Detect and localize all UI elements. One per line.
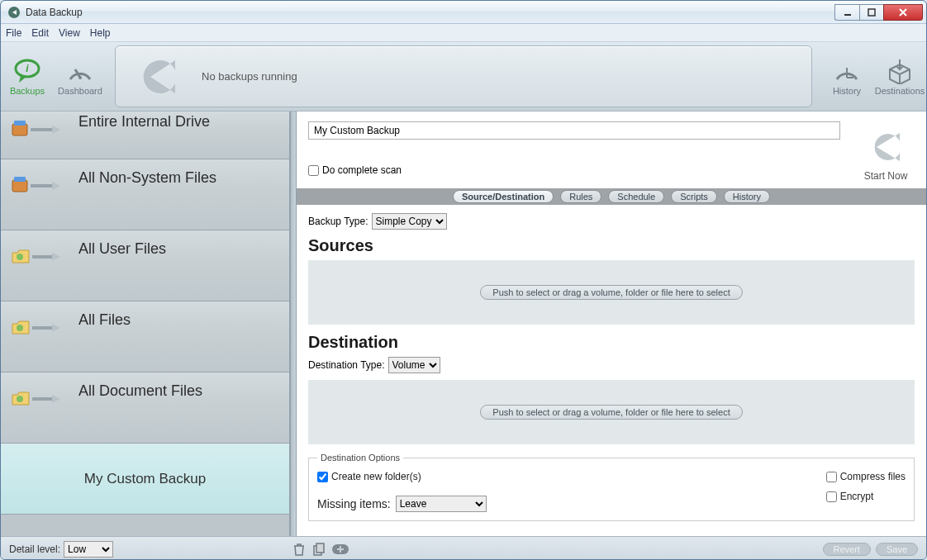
- folder-flow-icon: [11, 382, 69, 415]
- splitter[interactable]: [290, 112, 297, 536]
- detail-level-select[interactable]: Low: [64, 541, 113, 558]
- sources-drop-button[interactable]: Push to select or drag a volume, folder …: [480, 285, 742, 300]
- sidebar-item-label: All Files: [78, 311, 131, 329]
- folder-flow-icon: [11, 311, 69, 344]
- tab-rules[interactable]: Rules: [560, 190, 601, 203]
- menu-help[interactable]: Help: [90, 27, 111, 39]
- toolbar-destinations-button[interactable]: Destinations: [873, 42, 926, 111]
- tab-source-destination[interactable]: Source/Destination: [453, 190, 554, 203]
- start-now-button[interactable]: Start Now: [857, 121, 915, 182]
- destination-options-fieldset: Destination Options Create new folder(s)…: [308, 453, 915, 521]
- do-complete-scan-checkbox[interactable]: [308, 165, 319, 176]
- svg-rect-2: [868, 9, 875, 16]
- compress-files-checkbox[interactable]: [826, 472, 837, 482]
- status-banner: No backups running: [115, 45, 812, 107]
- destination-options-legend: Destination Options: [317, 453, 403, 463]
- destination-type-label: Destination Type:: [308, 359, 385, 371]
- menu-file[interactable]: File: [6, 27, 21, 39]
- sidebar-item-all-files[interactable]: All Files: [1, 301, 289, 373]
- sidebar-item-all-non-system-files[interactable]: All Non-System Files: [1, 159, 289, 230]
- encrypt-checkbox[interactable]: [826, 491, 837, 502]
- svg-rect-22: [316, 543, 324, 553]
- window-controls: [834, 4, 923, 21]
- do-complete-scan-label: Do complete scan: [322, 164, 402, 176]
- start-now-label: Start Now: [864, 170, 908, 182]
- toolbar: i Backups Dashboard No backups running H…: [1, 42, 926, 112]
- svg-rect-9: [12, 124, 27, 135]
- backup-type-select[interactable]: Simple Copy: [372, 213, 447, 230]
- svg-point-15: [17, 254, 23, 260]
- tab-strip: Source/Destination Rules Schedule Script…: [297, 188, 926, 205]
- missing-items-select[interactable]: Leave: [396, 496, 487, 512]
- revert-button[interactable]: Revert: [823, 543, 871, 556]
- create-new-folders-label: Create new folder(s): [331, 471, 421, 482]
- svg-text:i: i: [26, 63, 29, 74]
- sources-drop-zone[interactable]: Push to select or drag a volume, folder …: [308, 260, 915, 325]
- tab-schedule[interactable]: Schedule: [608, 190, 664, 203]
- destination-drop-zone[interactable]: Push to select or drag a volume, folder …: [308, 380, 915, 444]
- sidebar-item-all-user-files[interactable]: All User Files: [1, 230, 289, 301]
- svg-marker-11: [52, 126, 60, 134]
- sidebar-item-entire-internal-drive[interactable]: Entire Internal Drive: [1, 112, 289, 159]
- svg-rect-10: [14, 121, 26, 126]
- tab-body: Backup Type: Simple Copy Sources Push to…: [297, 205, 926, 536]
- svg-rect-1: [844, 14, 851, 16]
- window-title: Data Backup: [26, 7, 83, 18]
- svg-point-19: [17, 396, 23, 402]
- destination-type-select[interactable]: Volume: [388, 357, 440, 373]
- folder-flow-icon: [11, 240, 69, 273]
- svg-point-6: [78, 76, 82, 79]
- toolbar-destinations-label: Destinations: [875, 86, 925, 96]
- backup-type-label: Backup Type:: [308, 216, 368, 227]
- menu-edit[interactable]: Edit: [31, 27, 49, 39]
- sidebar-item-label: All User Files: [78, 240, 166, 258]
- toolbar-dashboard-label: Dashboard: [58, 86, 102, 96]
- svg-marker-14: [52, 182, 60, 190]
- start-now-icon: [867, 130, 905, 167]
- tab-history[interactable]: History: [724, 190, 770, 203]
- svg-point-17: [17, 325, 23, 331]
- banner-logo-icon: [132, 50, 185, 103]
- menubar: File Edit View Help: [1, 24, 926, 42]
- duplicate-icon[interactable]: [311, 542, 326, 557]
- svg-rect-12: [12, 180, 27, 192]
- footer: Detail level: Low Revert Save: [1, 536, 926, 560]
- svg-marker-20: [52, 395, 60, 403]
- minimize-button[interactable]: [834, 4, 859, 21]
- sidebar[interactable]: Entire Internal Drive All Non-System Fil…: [1, 112, 290, 536]
- svg-marker-18: [52, 324, 60, 332]
- trash-icon[interactable]: [292, 542, 307, 557]
- backup-name-input[interactable]: [308, 121, 840, 140]
- tab-scripts[interactable]: Scripts: [671, 190, 717, 203]
- add-icon[interactable]: [331, 542, 349, 557]
- sidebar-item-label: All Non-System Files: [78, 169, 216, 187]
- drive-flow-icon: [11, 113, 69, 146]
- sidebar-item-my-custom-backup[interactable]: My Custom Backup: [1, 444, 289, 515]
- toolbar-history-label: History: [833, 86, 861, 96]
- toolbar-history-button[interactable]: History: [820, 42, 873, 111]
- box-icon: [885, 58, 915, 84]
- sidebar-item-label: All Document Files: [78, 382, 202, 400]
- save-button[interactable]: Save: [876, 543, 918, 556]
- status-text: No backups running: [202, 70, 297, 83]
- content-pane: Do complete scan Start Now Source/Destin…: [297, 112, 926, 536]
- create-new-folders-checkbox[interactable]: [317, 472, 328, 482]
- destination-drop-button[interactable]: Push to select or drag a volume, folder …: [480, 405, 742, 420]
- toolbar-dashboard-button[interactable]: Dashboard: [54, 42, 107, 111]
- svg-rect-13: [14, 177, 26, 182]
- svg-marker-16: [52, 253, 60, 261]
- encrypt-label: Encrypt: [840, 491, 874, 502]
- sources-heading: Sources: [308, 236, 915, 255]
- compress-files-label: Compress files: [840, 471, 906, 482]
- clock-icon: [832, 58, 862, 84]
- toolbar-backups-button[interactable]: i Backups: [1, 42, 54, 111]
- menu-view[interactable]: View: [59, 27, 80, 39]
- sidebar-item-all-document-files[interactable]: All Document Files: [1, 373, 289, 444]
- app-icon: [7, 6, 21, 19]
- maximize-button[interactable]: [859, 4, 884, 21]
- missing-items-label: Missing items:: [317, 497, 391, 510]
- speech-bubble-icon: i: [12, 58, 42, 84]
- destination-heading: Destination: [308, 333, 915, 352]
- drive-flow-icon: [11, 169, 69, 202]
- close-button[interactable]: [883, 4, 923, 21]
